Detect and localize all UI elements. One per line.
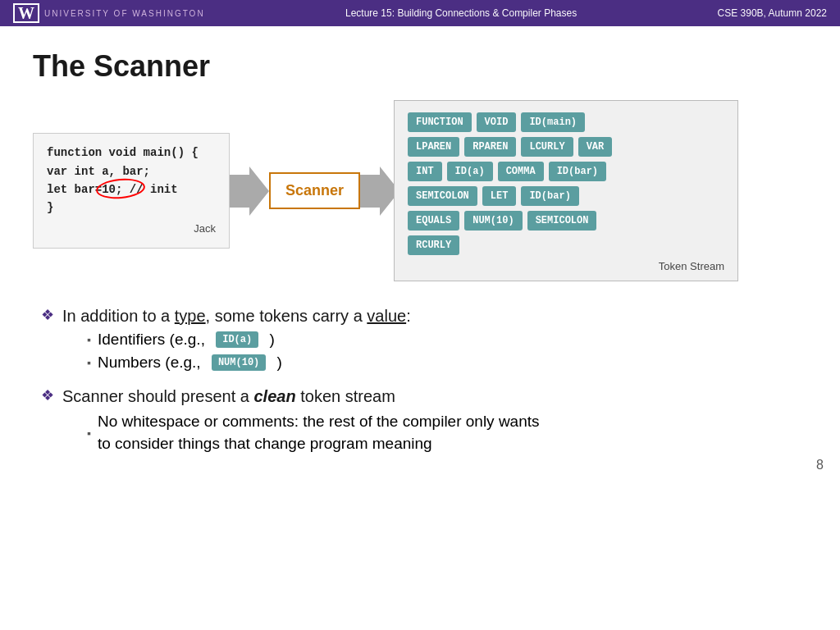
- sub-marker-1: ▪: [87, 333, 91, 346]
- main-bullet-2-content: Scanner should present a clean token str…: [62, 385, 540, 459]
- page-number: 8: [816, 458, 824, 472]
- token-stream-box: FUNCTION VOID ID(main) LPAREN RPAREN LCU…: [394, 100, 738, 281]
- token-LCURLY: LCURLY: [521, 137, 573, 157]
- slide-title: The Scanner: [33, 49, 807, 84]
- bullet-1-text: In addition to a type, some tokens carry…: [62, 307, 411, 325]
- code-line-1: function void main() {: [47, 144, 216, 162]
- diamond-icon-1: ❖: [41, 306, 54, 324]
- sub-bullet-1-1-after: ): [265, 331, 275, 349]
- token-SEMICOLON-2: SEMICOLON: [527, 211, 597, 231]
- sub-bullet-1-2-text: Numbers (e.g.,: [98, 354, 205, 372]
- bullet-2-text: Scanner should present a clean token str…: [62, 387, 395, 405]
- token-COMMA: COMMA: [498, 162, 544, 181]
- token-RPAREN: RPAREN: [464, 137, 516, 157]
- token-ID-a: ID(a): [447, 162, 493, 181]
- sub-bullets-2: ▪ No whitespace or comments: the rest of…: [87, 411, 540, 454]
- token-INT: INT: [408, 162, 442, 181]
- main-bullet-2: ❖ Scanner should present a clean token s…: [41, 385, 807, 459]
- token-row-4: EQUALS NUM(10) SEMICOLON: [408, 211, 724, 231]
- svg-marker-0: [230, 167, 269, 216]
- token-stream-label: Token Stream: [408, 260, 724, 272]
- top-section: function void main() { var int a, bar; l…: [33, 100, 807, 281]
- slide-content: The Scanner function void main() { var i…: [0, 26, 840, 481]
- token-row-2: INT ID(a) COMMA ID(bar): [408, 162, 724, 181]
- sub-marker-3: ▪: [87, 427, 91, 440]
- token-row-3: SEMICOLON LET ID(bar): [408, 186, 724, 206]
- token-row-0: FUNCTION VOID ID(main): [408, 112, 724, 132]
- code-block: function void main() { var int a, bar; l…: [33, 133, 230, 248]
- course-info: CSE 390B, Autumn 2022: [718, 7, 827, 19]
- lecture-title: Lecture 15: Building Connections & Compi…: [345, 7, 577, 19]
- sub-bullet-2-1-text: No whitespace or comments: the rest of t…: [98, 411, 540, 454]
- token-VOID: VOID: [477, 112, 517, 132]
- token-FUNCTION: FUNCTION: [408, 112, 472, 132]
- code-line-2: var int a, bar;: [47, 162, 216, 180]
- bullets-section: ❖ In addition to a type, some tokens car…: [33, 304, 807, 459]
- code-line-4: }: [47, 199, 216, 217]
- sub-bullet-1-2: ▪ Numbers (e.g., NUM(10) ): [87, 354, 411, 372]
- token-EQUALS: EQUALS: [408, 211, 459, 231]
- token-NUM10: NUM(10): [464, 211, 522, 231]
- sub-bullets-1: ▪ Identifiers (e.g., ID(a) ) ▪ Numbers (…: [87, 331, 411, 372]
- code-attribution: Jack: [47, 221, 216, 238]
- token-LPAREN: LPAREN: [408, 137, 459, 157]
- token-LET: LET: [482, 186, 517, 206]
- sub-marker-2: ▪: [87, 356, 91, 369]
- token-row-5: RCURLY: [408, 235, 724, 255]
- inline-token-NUM10: NUM(10): [212, 354, 266, 371]
- sub-bullet-1-1: ▪ Identifiers (e.g., ID(a) ): [87, 331, 411, 349]
- token-ID-bar-1: ID(bar): [549, 162, 606, 181]
- main-bullet-1-content: In addition to a type, some tokens carry…: [62, 304, 411, 377]
- uw-logo-w: W: [13, 3, 39, 23]
- token-row-1: LPAREN RPAREN LCURLY VAR: [408, 137, 724, 157]
- sub-bullet-1-2-after: ): [272, 354, 282, 372]
- token-ID-main: ID(main): [521, 112, 585, 132]
- header-logo: W UNIVERSITY of WASHINGTON: [13, 3, 205, 23]
- code-line-3: let bar=10; // init: [47, 180, 178, 199]
- token-VAR: VAR: [578, 137, 613, 157]
- arrow-left-icon: [230, 167, 269, 216]
- sub-bullet-1-1-text: Identifiers (e.g.,: [98, 331, 209, 349]
- token-RCURLY: RCURLY: [408, 235, 459, 255]
- scanner-area: Scanner: [230, 150, 394, 232]
- header: W UNIVERSITY of WASHINGTON Lecture 15: B…: [0, 0, 840, 26]
- inline-token-ID-a: ID(a): [216, 331, 258, 348]
- main-bullet-1: ❖ In addition to a type, some tokens car…: [41, 304, 807, 377]
- token-SEMICOLON-1: SEMICOLON: [408, 186, 477, 206]
- diamond-icon-2: ❖: [41, 386, 54, 404]
- sub-bullet-2-1: ▪ No whitespace or comments: the rest of…: [87, 411, 540, 454]
- scanner-box: Scanner: [269, 172, 360, 209]
- token-ID-bar-2: ID(bar): [521, 186, 578, 206]
- university-name: UNIVERSITY of WASHINGTON: [44, 9, 205, 18]
